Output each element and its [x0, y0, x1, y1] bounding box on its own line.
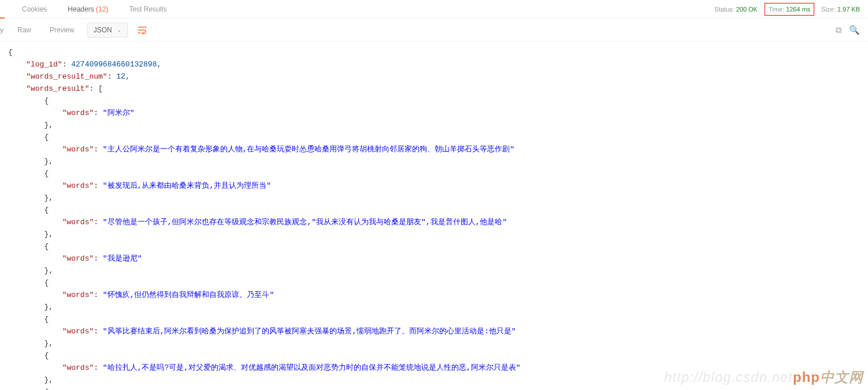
sub-preview[interactable]: Preview: [40, 18, 84, 42]
watermark-cn: 中文网: [820, 369, 863, 385]
format-select[interactable]: JSON ⌄: [87, 23, 128, 38]
status-label: Status:: [714, 6, 734, 13]
tab-headers-label: Headers: [68, 5, 94, 13]
response-format-row: y Raw Preview JSON ⌄ ⧉ 🔍: [0, 18, 868, 42]
tab-test-results[interactable]: Test Results: [118, 0, 177, 18]
search-icon[interactable]: 🔍: [849, 25, 860, 35]
tab-headers-count: (12): [96, 5, 108, 13]
status-value: 200 OK: [736, 6, 758, 13]
copy-icon[interactable]: ⧉: [836, 25, 842, 35]
response-tabs: Cookies Headers (12) Test Results Status…: [0, 0, 868, 18]
watermark-php: php: [793, 369, 820, 385]
watermark: http://blog.csdn.netphp中文网: [664, 368, 863, 387]
status-area: Status: 200 OK Time: 1264 ms Size: 1.97 …: [714, 0, 860, 18]
sub-raw[interactable]: Raw: [8, 18, 40, 42]
body-action-icons: ⧉ 🔍: [836, 18, 860, 42]
sub-y[interactable]: y: [0, 18, 8, 42]
chevron-down-icon: ⌄: [117, 27, 121, 33]
tab-headers[interactable]: Headers (12): [57, 0, 118, 18]
tab-cookies[interactable]: Cookies: [12, 0, 57, 18]
time-label: Time:: [769, 6, 784, 13]
size-label: Size:: [821, 6, 835, 13]
watermark-url: http://blog.csdn.net: [664, 369, 793, 385]
wrap-toggle-button[interactable]: [133, 23, 151, 38]
time-value: 1264 ms: [786, 6, 810, 13]
json-response-body[interactable]: { "log_id": 4274099684660132898, "words_…: [0, 42, 868, 390]
wrap-icon: [138, 26, 147, 34]
size-value: 1.97 KB: [837, 6, 860, 13]
format-select-label: JSON: [94, 26, 112, 34]
time-box: Time: 1264 ms: [765, 3, 814, 16]
